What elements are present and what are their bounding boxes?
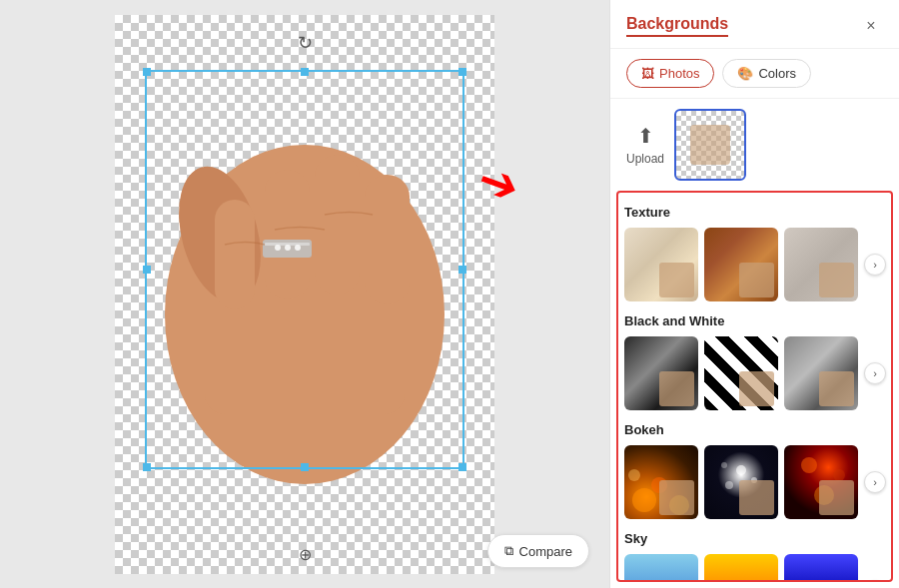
upload-icon: ⬆ bbox=[637, 124, 654, 148]
bokeh-thumb-3[interactable] bbox=[784, 445, 858, 519]
tab-bar: 🖼 Photos 🎨 Colors bbox=[610, 49, 899, 99]
sections-container: Texture › Black and White bbox=[616, 191, 893, 582]
top-items-row: ⬆ Upload bbox=[610, 99, 899, 191]
sky-next-button[interactable]: › bbox=[864, 580, 886, 582]
sky-row: › bbox=[624, 554, 885, 582]
sky-label: Sky bbox=[624, 531, 885, 546]
texture-thumb-3[interactable] bbox=[784, 228, 858, 301]
bw-label: Black and White bbox=[624, 313, 885, 328]
panel-header: Backgrounds × bbox=[610, 0, 899, 49]
bw-thumb-1[interactable] bbox=[624, 336, 698, 410]
sky-thumb-1[interactable] bbox=[624, 554, 698, 582]
backgrounds-panel: Backgrounds × 🖼 Photos 🎨 Colors ⬆ Upload… bbox=[609, 0, 899, 588]
move-handle[interactable]: ⊕ bbox=[299, 545, 312, 564]
svg-rect-3 bbox=[365, 175, 410, 304]
texture-thumb-2[interactable] bbox=[704, 228, 778, 301]
svg-rect-6 bbox=[215, 200, 255, 309]
canvas-background: ↻ ⊕ bbox=[115, 15, 494, 574]
bw-row: › bbox=[624, 336, 885, 410]
close-button[interactable]: × bbox=[859, 14, 883, 38]
bokeh-thumb-2[interactable] bbox=[704, 445, 778, 519]
texture-row: › bbox=[624, 228, 885, 301]
upload-item[interactable]: ⬆ Upload bbox=[626, 124, 664, 166]
sky-thumb-2[interactable] bbox=[704, 554, 778, 582]
bokeh-label: Bokeh bbox=[624, 422, 885, 437]
bokeh-row: › bbox=[624, 445, 885, 519]
compare-icon: ⧉ bbox=[504, 543, 513, 559]
selected-background-thumb[interactable] bbox=[674, 109, 746, 181]
canvas-area: ↻ ⊕ ➔ ⧉ Compare bbox=[0, 0, 609, 588]
panel-title: Backgrounds bbox=[626, 15, 728, 37]
photos-label: Photos bbox=[659, 66, 699, 81]
photos-icon: 🖼 bbox=[641, 66, 654, 81]
upload-label: Upload bbox=[626, 152, 664, 166]
svg-point-11 bbox=[295, 245, 301, 251]
hand-image bbox=[115, 15, 494, 574]
svg-rect-5 bbox=[265, 170, 310, 299]
texture-section: Texture › bbox=[624, 205, 885, 301]
svg-point-12 bbox=[632, 488, 656, 512]
svg-rect-4 bbox=[315, 155, 360, 294]
svg-point-16 bbox=[736, 465, 746, 475]
texture-thumb-1[interactable] bbox=[624, 228, 698, 301]
rotate-handle[interactable]: ↻ bbox=[295, 33, 315, 53]
svg-point-17 bbox=[725, 481, 733, 489]
sky-thumb-3[interactable] bbox=[784, 554, 858, 582]
svg-point-15 bbox=[628, 469, 640, 481]
compare-label: Compare bbox=[519, 544, 572, 559]
bw-section: Black and White › bbox=[624, 313, 885, 410]
texture-label: Texture bbox=[624, 205, 885, 220]
svg-point-9 bbox=[275, 245, 281, 251]
bw-thumb-2[interactable] bbox=[704, 336, 778, 410]
svg-point-10 bbox=[285, 245, 291, 251]
tab-photos[interactable]: 🖼 Photos bbox=[626, 59, 714, 88]
colors-label: Colors bbox=[758, 66, 796, 81]
colors-icon: 🎨 bbox=[737, 66, 753, 81]
bw-thumb-3[interactable] bbox=[784, 336, 858, 410]
texture-next-button[interactable]: › bbox=[864, 254, 886, 276]
bw-next-button[interactable]: › bbox=[864, 362, 886, 384]
bokeh-thumb-1[interactable] bbox=[624, 445, 698, 519]
bokeh-next-button[interactable]: › bbox=[864, 471, 886, 493]
svg-point-19 bbox=[721, 462, 727, 468]
sky-section: Sky › bbox=[624, 531, 885, 582]
compare-button[interactable]: ⧉ Compare bbox=[487, 534, 589, 568]
tab-colors[interactable]: 🎨 Colors bbox=[722, 59, 811, 88]
bokeh-section: Bokeh bbox=[624, 422, 885, 519]
svg-point-20 bbox=[801, 457, 817, 473]
